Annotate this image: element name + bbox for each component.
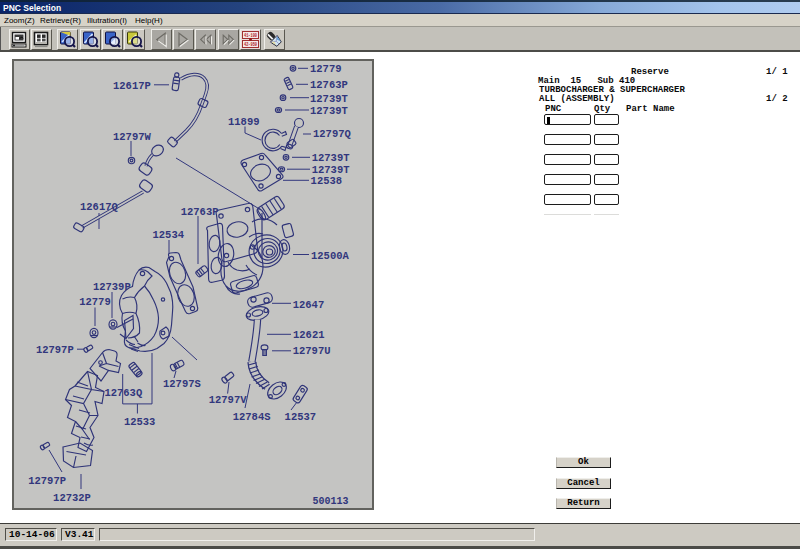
svg-text:12617P: 12617P [113,80,151,92]
svg-text:12797P: 12797P [36,344,74,356]
svg-text:12538: 12538 [311,175,343,187]
svg-text:42-959: 42-959 [244,42,257,48]
svg-text:12500A: 12500A [311,250,350,262]
svg-text:12797V: 12797V [209,394,248,406]
svg-text:12763Q: 12763Q [104,387,142,399]
svg-text:12617Q: 12617Q [80,201,118,213]
svg-text:12797S: 12797S [163,378,201,390]
svg-text:12779: 12779 [310,63,342,75]
svg-text:12763P: 12763P [181,206,219,218]
svg-text:12534: 12534 [153,229,185,241]
svg-text:12621: 12621 [293,329,325,341]
svg-text:12784S: 12784S [233,411,271,423]
svg-text:12779: 12779 [79,296,111,308]
svg-text:11899: 11899 [228,116,260,128]
svg-text:12797U: 12797U [293,345,331,357]
svg-text:12797W: 12797W [113,131,152,143]
svg-text:500113: 500113 [313,496,349,507]
svg-text:12797P: 12797P [28,475,66,487]
svg-text:12647: 12647 [293,299,325,311]
svg-text:12763P: 12763P [310,79,348,91]
svg-text:12537: 12537 [285,411,317,423]
svg-text:12739T: 12739T [312,152,350,164]
svg-text:12797Q: 12797Q [313,128,351,140]
svg-text:12739T: 12739T [310,105,348,117]
svg-text:12739P: 12739P [93,281,131,293]
svg-text:12739T: 12739T [310,93,348,105]
svg-text:12732P: 12732P [53,492,91,504]
svg-text:12533: 12533 [124,416,156,428]
